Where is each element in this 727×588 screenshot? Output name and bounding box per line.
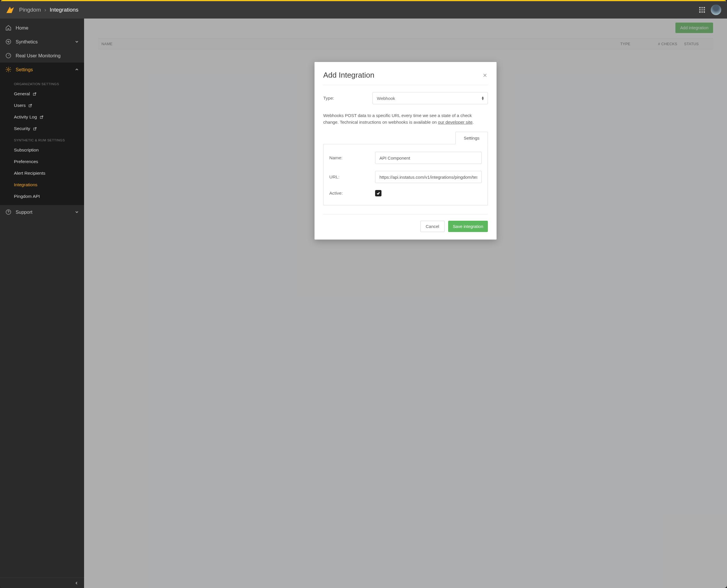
avatar[interactable]	[711, 5, 721, 15]
subnav-item-activity-log[interactable]: Activity Log	[0, 111, 84, 123]
webhook-description: Webhooks POST data to a specific URL eve…	[323, 112, 488, 125]
settings-subnav: ORGANIZATION SETTINGS General Users Acti…	[0, 77, 84, 205]
svg-point-2	[7, 69, 9, 70]
add-integration-modal: Add Integration × Type: Webhook ▲▼	[315, 62, 497, 239]
subnav-item-label: Preferences	[14, 159, 38, 164]
save-integration-button[interactable]: Save integration	[448, 221, 488, 232]
type-select[interactable]: Webhook	[372, 92, 488, 104]
chevron-right-icon: ›	[44, 7, 46, 13]
sidebar-item-synthetics[interactable]: Synthetics	[0, 35, 84, 49]
url-label: URL:	[329, 174, 375, 180]
subnav-header-srm: SYNTHETIC & RUM SETTINGS	[0, 134, 84, 144]
pulse-icon	[5, 39, 12, 45]
type-label: Type:	[323, 96, 372, 101]
subnav-header-org: ORGANIZATION SETTINGS	[0, 78, 84, 88]
subnav-item-security[interactable]: Security	[0, 123, 84, 134]
external-link-icon	[33, 127, 37, 131]
brand-logo-icon	[6, 6, 15, 14]
sidebar-item-home[interactable]: Home	[0, 21, 84, 35]
developer-site-link[interactable]: our developer site	[438, 120, 472, 125]
chevron-left-icon	[75, 581, 78, 585]
external-link-icon	[40, 115, 43, 119]
home-icon	[5, 25, 12, 31]
sidebar-item-label: Settings	[16, 67, 33, 72]
cancel-button[interactable]: Cancel	[420, 221, 445, 232]
subnav-item-label: Users	[14, 103, 25, 108]
active-label: Active:	[329, 191, 375, 196]
tab-settings[interactable]: Settings	[456, 132, 488, 144]
chevron-down-icon	[75, 210, 79, 214]
chevron-up-icon	[75, 67, 79, 71]
gauge-icon	[5, 52, 12, 59]
chevron-down-icon	[75, 40, 79, 44]
main-content: Add integration NAME TYPE # CHECKS STATU…	[84, 19, 727, 588]
subnav-item-integrations[interactable]: Integrations	[0, 179, 84, 191]
breadcrumb-root[interactable]: Pingdom	[19, 7, 41, 13]
sidebar-item-label: Synthetics	[16, 39, 38, 45]
subnav-item-pingdom-api[interactable]: Pingdom API	[0, 191, 84, 202]
subnav-item-label: Integrations	[14, 182, 37, 187]
breadcrumb-current: Integrations	[49, 7, 78, 13]
sidebar-item-label: Home	[16, 25, 28, 31]
subnav-item-subscription[interactable]: Subscription	[0, 144, 84, 156]
subnav-item-label: Pingdom API	[14, 194, 40, 199]
sidebar-collapse-toggle[interactable]	[0, 578, 84, 588]
gear-icon	[5, 66, 12, 73]
subnav-item-label: Subscription	[14, 147, 39, 153]
sidebar: Home Synthetics Real User Monitoring Set…	[0, 19, 84, 588]
close-icon[interactable]: ×	[482, 72, 488, 78]
external-link-icon	[28, 104, 32, 107]
sidebar-item-settings[interactable]: Settings	[0, 63, 84, 77]
check-icon	[376, 191, 380, 195]
url-input[interactable]	[375, 171, 482, 183]
subnav-item-label: Alert Recipients	[14, 171, 45, 176]
subnav-item-label: General	[14, 91, 30, 97]
sidebar-item-label: Real User Monitoring	[16, 53, 61, 59]
app-switcher-icon[interactable]	[699, 7, 705, 13]
external-link-icon	[33, 92, 37, 96]
subnav-item-alert-recipients[interactable]: Alert Recipients	[0, 167, 84, 179]
subnav-item-label: Security	[14, 126, 30, 131]
breadcrumb: Pingdom › Integrations	[19, 7, 79, 13]
help-icon	[5, 209, 12, 215]
sidebar-item-rum[interactable]: Real User Monitoring	[0, 49, 84, 63]
subnav-item-general[interactable]: General	[0, 88, 84, 100]
subnav-item-preferences[interactable]: Preferences	[0, 156, 84, 167]
modal-title: Add Integration	[323, 71, 374, 80]
settings-panel: Name: URL: Active:	[323, 144, 488, 205]
subnav-item-label: Activity Log	[14, 114, 37, 120]
sidebar-item-label: Support	[16, 209, 33, 215]
subnav-item-users[interactable]: Users	[0, 100, 84, 111]
header: Pingdom › Integrations	[0, 1, 727, 19]
name-input[interactable]	[375, 152, 482, 164]
name-label: Name:	[329, 155, 375, 161]
modal-overlay: Add Integration × Type: Webhook ▲▼	[84, 19, 727, 588]
sidebar-item-support[interactable]: Support	[0, 205, 84, 219]
active-checkbox[interactable]	[375, 190, 382, 196]
